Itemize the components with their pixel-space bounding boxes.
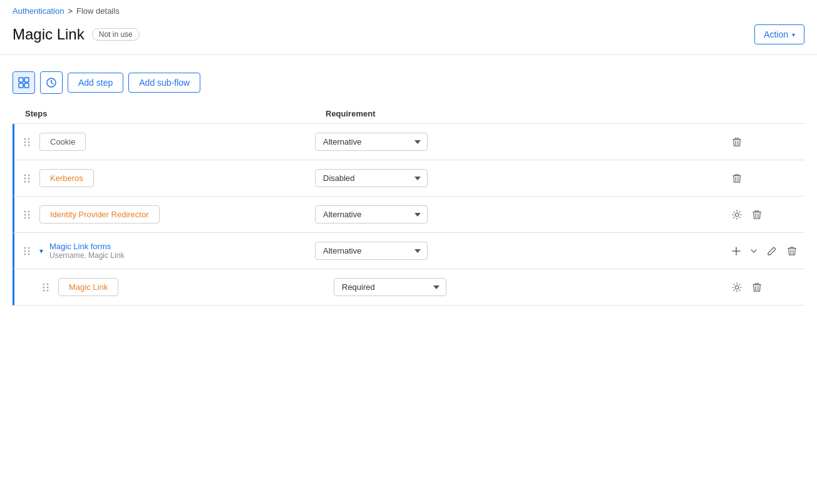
- breadcrumb-separator: >: [68, 6, 73, 16]
- svg-point-11: [24, 174, 26, 176]
- table-view-icon: [18, 77, 29, 88]
- svg-rect-2: [19, 83, 23, 88]
- policy-view-icon: [46, 77, 57, 88]
- col-requirement: Requirement: [326, 109, 729, 118]
- page-title: Magic Link: [13, 26, 85, 43]
- action-button[interactable]: Action ▾: [754, 24, 804, 44]
- flow-container: Steps Requirement Cookie Alternative Req…: [0, 104, 817, 306]
- svg-point-6: [28, 138, 30, 140]
- svg-point-9: [24, 144, 26, 146]
- add-dropdown-mlforms-button[interactable]: [748, 245, 759, 257]
- req-cell-mlforms: Alternative Required Disabled Conditiona…: [315, 242, 729, 260]
- chevron-down-icon: ▾: [792, 31, 795, 38]
- trash-icon: [732, 137, 742, 147]
- delete-cookie-button[interactable]: [729, 135, 744, 150]
- page-title-area: Magic Link Not in use: [13, 26, 140, 43]
- action-cell-cookie: [729, 135, 804, 150]
- step-label-mlforms: Magic Link forms: [49, 242, 124, 251]
- trash-icon: [732, 173, 742, 183]
- settings-magiclink-button[interactable]: [729, 280, 744, 295]
- svg-point-29: [28, 253, 30, 255]
- drag-handle-ipr[interactable]: [21, 209, 33, 220]
- svg-point-21: [24, 217, 26, 219]
- chevron-down-icon: [751, 248, 757, 254]
- svg-point-35: [47, 289, 49, 291]
- svg-point-13: [24, 177, 26, 179]
- table-row: Magic Link Alternative Required Disabled…: [13, 269, 804, 306]
- svg-point-12: [28, 174, 30, 176]
- drag-handle-cookie[interactable]: [21, 136, 33, 148]
- svg-point-30: [43, 283, 45, 285]
- svg-point-16: [28, 180, 30, 182]
- table-header: Steps Requirement: [13, 104, 804, 124]
- breadcrumb: Authentication > Flow details: [0, 0, 817, 19]
- svg-point-17: [24, 210, 26, 212]
- svg-point-23: [735, 213, 738, 216]
- trash-icon: [752, 210, 762, 220]
- step-label-magiclink: Magic Link: [58, 278, 118, 296]
- svg-point-33: [47, 286, 49, 288]
- action-cell-mlforms: [729, 244, 804, 259]
- pencil-icon: [767, 246, 777, 256]
- gear-icon: [732, 210, 742, 220]
- svg-point-8: [28, 141, 30, 143]
- toolbar: Add step Add sub-flow: [0, 65, 817, 104]
- status-badge: Not in use: [92, 28, 140, 41]
- delete-magiclink-button[interactable]: [749, 280, 764, 295]
- req-select-ipr[interactable]: Alternative Required Disabled Conditiona…: [315, 205, 428, 224]
- step-desc-mlforms: Username, Magic Link: [49, 251, 124, 260]
- svg-point-15: [24, 180, 26, 182]
- step-label-cookie: Cookie: [39, 133, 86, 151]
- action-cell-ipr: [729, 207, 804, 222]
- step-cell-mlforms: ▾ Magic Link forms Username, Magic Link: [14, 242, 315, 260]
- svg-rect-3: [24, 83, 29, 88]
- req-select-kerberos[interactable]: Alternative Required Disabled Conditiona…: [315, 169, 428, 187]
- table-row: ▾ Magic Link forms Username, Magic Link …: [13, 233, 804, 269]
- svg-point-28: [24, 253, 26, 255]
- breadcrumb-parent-link[interactable]: Authentication: [13, 6, 64, 16]
- svg-point-14: [28, 177, 30, 179]
- settings-ipr-button[interactable]: [729, 207, 744, 222]
- drag-handle-magiclink[interactable]: [39, 282, 52, 293]
- step-cell-magiclink: Magic Link: [33, 278, 334, 296]
- col-action: [729, 109, 804, 118]
- delete-ipr-button[interactable]: [749, 207, 764, 222]
- svg-point-34: [43, 289, 45, 291]
- add-mlforms-button[interactable]: [729, 244, 743, 258]
- req-select-magiclink[interactable]: Alternative Required Disabled Conditiona…: [334, 278, 446, 296]
- req-cell-magiclink: Alternative Required Disabled Conditiona…: [334, 278, 729, 296]
- svg-point-26: [24, 250, 26, 252]
- delete-kerberos-button[interactable]: [729, 171, 744, 186]
- req-cell-cookie: Alternative Required Disabled Conditiona…: [315, 133, 729, 151]
- plus-icon: [732, 247, 741, 255]
- mlforms-label-area: Magic Link forms Username, Magic Link: [49, 242, 124, 260]
- step-label-kerberos: Kerberos: [39, 169, 94, 187]
- svg-point-20: [28, 213, 30, 215]
- delete-mlforms-button[interactable]: [784, 244, 799, 259]
- trash-icon: [752, 282, 762, 292]
- svg-point-7: [24, 141, 26, 143]
- req-select-mlforms[interactable]: Alternative Required Disabled Conditiona…: [315, 242, 428, 260]
- drag-handle-kerberos[interactable]: [21, 173, 33, 184]
- page-header: Magic Link Not in use Action ▾: [0, 19, 817, 54]
- add-step-button[interactable]: Add step: [68, 73, 123, 93]
- svg-point-24: [24, 247, 26, 249]
- add-sub-flow-button[interactable]: Add sub-flow: [128, 73, 200, 93]
- req-cell-kerberos: Alternative Required Disabled Conditiona…: [315, 169, 729, 187]
- expand-mlforms-toggle[interactable]: ▾: [39, 247, 43, 255]
- step-label-ipr: Identity Provider Redirector: [39, 205, 160, 224]
- edit-mlforms-button[interactable]: [764, 244, 779, 259]
- svg-point-27: [28, 250, 30, 252]
- drag-handle-mlforms[interactable]: [21, 245, 33, 257]
- table-view-button[interactable]: [13, 71, 35, 94]
- table-row: Kerberos Alternative Required Disabled C…: [13, 160, 804, 197]
- svg-point-31: [47, 283, 49, 285]
- req-cell-ipr: Alternative Required Disabled Conditiona…: [315, 205, 729, 224]
- action-cell-magiclink: [729, 280, 804, 295]
- req-select-cookie[interactable]: Alternative Required Disabled Conditiona…: [315, 133, 428, 151]
- breadcrumb-current: Flow details: [76, 6, 120, 16]
- step-cell-kerberos: Kerberos: [14, 169, 315, 187]
- header-divider: [0, 54, 817, 55]
- policy-view-button[interactable]: [40, 71, 63, 94]
- svg-point-19: [24, 213, 26, 215]
